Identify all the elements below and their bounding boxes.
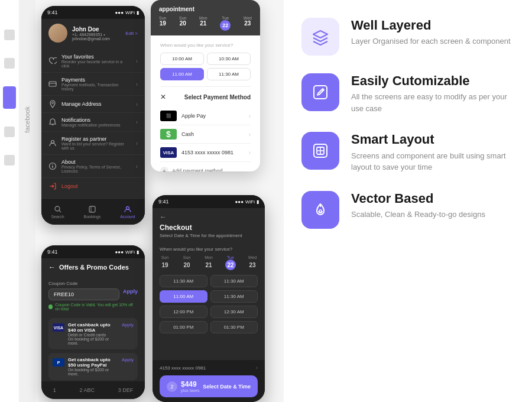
offer-paypal: P Get cashback upto $50 using PayPal On … [48,353,138,380]
time3-0130[interactable]: 01:30 PM [210,321,258,333]
well-layered-title: Well Layered [351,18,511,33]
profile-contact: +1- 4842989351 • johndoe@gmail.com [72,33,121,41]
arrow-icon-5: › [136,140,138,147]
status-time-2: 9:41 [47,249,58,255]
feature-well-layered: Well Layered Layer Organised for each sc… [301,18,514,56]
keypad-2[interactable]: 2 ABC [79,387,95,393]
coupon-apply-button[interactable]: Apply [123,288,138,300]
smart-layout-icon-box [301,132,339,170]
menu-item-notifications[interactable]: Notifications Manage notification prefer… [41,113,145,132]
keypad-1[interactable]: 1 [53,387,56,393]
time3-1100[interactable]: 11:00 AM [160,290,207,303]
menu-item-logout[interactable]: Logout [41,178,145,194]
time-grid-3: 11:30 AM 11:30 AM 11:00 AM 11:30 AM 12:0… [160,275,258,333]
phone3-header: ← Checkout Select Date & Time for the ap… [153,208,265,243]
nav-search-label: Search [51,215,64,219]
menu-item-payments[interactable]: Payments Payment methods, Transaction hi… [41,73,145,96]
time-1130[interactable]: 11:30 AM [207,68,251,80]
sidebar-icon-user[interactable] [4,155,15,166]
offer-paypal-apply[interactable]: Apply [122,357,134,362]
time3-1130-1[interactable]: 11:30 AM [160,275,207,287]
nav-bookings[interactable]: Bookings [84,205,101,219]
card-icon [48,80,57,88]
nav-account[interactable]: Account [120,205,135,219]
time3-1130-2[interactable]: 11:30 AM [210,275,258,287]
close-icon[interactable]: ✕ [160,93,166,101]
bottom-nav: Search Bookings Account [41,198,145,225]
menu-item-favorites[interactable]: Your favorites Reorder your favorite ser… [41,50,145,73]
back-arrow-icon[interactable]: ← [48,263,56,271]
coupon-input-field[interactable]: FREE10 [48,288,119,300]
date-sun-19: Sun 19 [159,16,166,31]
pen-icon [311,200,330,219]
info-icon [48,162,57,170]
apple-pay-label: Apple Pay [181,113,244,119]
logout-icon [48,182,57,190]
payment-apple-pay[interactable]: ⬛ Apple Pay › [160,107,251,125]
vector-based-title: Vector Based [351,191,485,206]
cart-count-badge: 2 [167,381,177,392]
payment-method-title: Select Payment Method [184,94,251,100]
social-strip: facebook [19,0,35,402]
offers-title: Offers & Promo Codes [59,264,129,271]
arrow-icon: › [136,58,138,64]
time-grid: 10:00 AM 10:30 AM 11:00 AM 11:30 AM [160,53,251,80]
menu-text-address: Manage Address [61,101,131,107]
easily-customizable-desc: All the screens are easy to modify as pe… [351,91,514,114]
menu-text-about: About Privacy Policy, Terms of Service, … [61,159,131,173]
sidebar-icon-home[interactable] [4,30,15,40]
menu-text-notifications: Notifications Manage notification prefer… [61,117,131,127]
profile-info: John Doe +1- 4842989351 • johndoe@gmail.… [72,26,121,41]
payment-visa[interactable]: VISA 4153 xxxx xxxxx 0981 › [160,144,251,162]
menu-item-partner[interactable]: Register as partner Want to list your se… [41,132,145,155]
payment-modal: appointment Sun 19 Sun 20 Mon 21 Tue 22 [151,0,260,171]
layers-icon [311,27,330,46]
offer-visa-apply[interactable]: Apply [122,322,134,328]
svg-rect-13 [314,86,327,99]
plus-icon: + [160,167,168,171]
time3-1230[interactable]: 12:30 AM [210,306,258,318]
edit-button[interactable]: Edit > [125,31,138,36]
payment-cash[interactable]: $ Cash › [160,125,251,144]
date3-mon21: Mon 21 [203,255,214,270]
checkout-sub: Select Date & Time for the appointment [160,233,258,238]
coupon-label: Coupon Code [48,281,138,286]
phone3-time-section: When would you like your service? Sun 19… [153,243,265,337]
svg-point-19 [319,210,322,212]
arrow-icon-6: › [136,163,138,170]
date-row-3: Sun 19 Sun 20 Mon 21 Tue 22 Wed 23 [160,255,258,270]
date3-sun19: Sun 19 [160,255,170,270]
sidebar-icon-grid[interactable] [4,58,15,69]
date-tue-22[interactable]: Tue 22 [220,16,231,31]
time-1100[interactable]: 11:00 AM [160,68,204,80]
coupon-input-row: FREE10 Apply [48,288,138,300]
time-1030[interactable]: 10:30 AM [207,53,251,65]
cash-arrow: › [249,131,251,138]
keypad-3[interactable]: 3 DEF [118,387,134,393]
menu-text-payments: Payments Payment methods, Transaction hi… [61,77,131,91]
nav-search[interactable]: Search [51,205,64,219]
apple-pay-arrow: › [249,113,251,119]
feature-easily-customizable: Easily Cutomizable All the screens are e… [301,73,514,114]
menu-item-address[interactable]: Manage Address › [41,96,145,113]
cash-logo: $ [160,129,177,140]
back-arrow-3[interactable]: ← [160,213,258,221]
svg-point-8 [55,206,60,211]
sidebar-strip [0,0,19,402]
sidebar-icon-settings[interactable] [4,127,15,137]
modal-service-label: When would you like your service? [160,43,251,48]
time3-1200[interactable]: 12:00 PM [160,306,207,318]
visa-logo: VISA [160,147,177,158]
layout-icon [311,141,330,160]
time3-0100[interactable]: 01:00 PM [160,321,207,333]
visa-offer-logo: VISA [53,323,64,332]
arrow-icon-4: › [136,119,138,125]
menu-item-about[interactable]: About Privacy Policy, Terms of Service, … [41,155,145,178]
time-1000[interactable]: 10:00 AM [160,53,204,65]
sidebar-icon-active[interactable] [3,86,16,109]
time3-1130-3[interactable]: 11:30 AM [210,290,258,303]
profile-name: John Doe [72,26,121,33]
add-payment-method[interactable]: + Add payment method [160,162,251,171]
date3-tue22[interactable]: Tue 22 [225,255,236,270]
checkout-button[interactable]: 2 $449 plus taxes Select Date & Time [160,375,258,397]
